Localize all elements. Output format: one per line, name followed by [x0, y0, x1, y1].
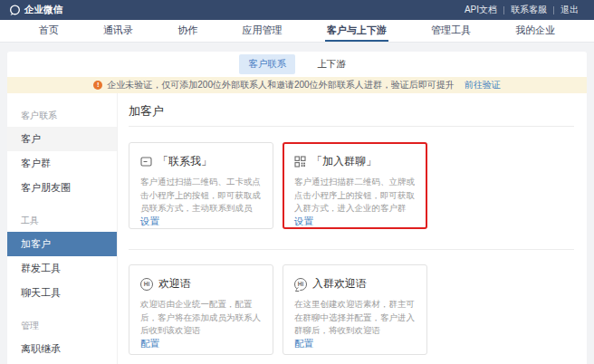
- card-description: 客户通过扫描群二维码、立牌或点击小程序上的按钮，即可获取入群方式，进入企业的客户…: [294, 176, 416, 216]
- sidebar-item-group-send-tools[interactable]: 群发工具: [7, 256, 117, 281]
- nav-item-contacts[interactable]: 通讯录: [101, 20, 135, 42]
- card-title: 入群欢迎语: [312, 276, 367, 292]
- warning-icon: !: [93, 81, 102, 90]
- sidebar-group-label-customer-contact: 客户联系: [7, 102, 117, 127]
- main-nav: 首页 通讯录 协作 应用管理 客户与上下游 管理工具 我的企业: [0, 20, 594, 43]
- card-contact-me: 「联系我」 客户通过扫描二维码、工卡或点击小程序上的按钮，即可获取成员联系方式，…: [129, 142, 273, 229]
- wework-logo-icon: [9, 5, 21, 16]
- contact-support-link[interactable]: 联系客服: [504, 4, 553, 16]
- card-join-group-chat: 「加入群聊」 客户通过扫描群二维码、立牌或点击小程序上的按钮，即可获取入群方式，…: [283, 142, 427, 229]
- sidebar-spacer: [7, 200, 117, 207]
- page-title: 加客户: [129, 93, 574, 127]
- contact-card-icon: [140, 156, 152, 168]
- tab-updownstream[interactable]: 上下游: [308, 54, 355, 74]
- verification-notice-text: 企业未验证，仅可添加200位外部联系人和邀请200位外部联系人进群，验证后即可提…: [107, 79, 454, 91]
- hi-bubble-icon: Hi: [294, 278, 307, 291]
- content-panel: 客户联系 上下游 ! 企业未验证，仅可添加200位外部联系人和邀请200位外部联…: [7, 52, 587, 364]
- nav-item-admin-tools[interactable]: 管理工具: [429, 20, 473, 42]
- card-welcome-message: Hi 欢迎语 欢迎语由企业统一配置，配置后，客户将在添加成员为联系人后收到该欢迎…: [129, 264, 273, 355]
- contact-me-settings-link[interactable]: 设置: [140, 216, 262, 228]
- cards-row-top: 「联系我」 客户通过扫描二维码、工卡或点击小程序上的按钮，即可获取成员联系方式，…: [129, 142, 574, 229]
- topbar: 企业微信 API文档 联系客服 退出: [0, 0, 594, 20]
- join-group-chat-settings-link[interactable]: 设置: [294, 216, 416, 228]
- section-divider: [129, 249, 574, 250]
- go-verify-link[interactable]: 前往验证: [465, 79, 501, 91]
- main-content: 加客户 「联系我」 客户通过扫描二维码、工卡或点击小程序上的按钮，即可获取成员联: [118, 93, 587, 364]
- welcome-message-configure-link[interactable]: 配置: [140, 338, 262, 350]
- card-title: 「联系我」: [158, 154, 212, 169]
- tab-bar: 客户联系 上下游: [7, 52, 587, 77]
- tab-customer-contact[interactable]: 客户联系: [239, 54, 295, 74]
- verification-notice-bar: ! 企业未验证，仅可添加200位外部联系人和邀请200位外部联系人进群，验证后即…: [7, 77, 587, 93]
- nav-item-customers-updownstream[interactable]: 客户与上下游: [325, 20, 388, 42]
- sidebar-item-customer-groups[interactable]: 客户群: [7, 151, 117, 176]
- card-description: 欢迎语由企业统一配置，配置后，客户将在添加成员为联系人后收到该欢迎语: [140, 298, 262, 338]
- sidebar-group-label-management: 管理: [7, 312, 117, 337]
- nav-item-home[interactable]: 首页: [37, 20, 61, 42]
- api-docs-link[interactable]: API文档: [458, 4, 503, 16]
- sidebar-item-customers[interactable]: 客户: [7, 127, 117, 151]
- card-description: 客户通过扫描二维码、工卡或点击小程序上的按钮，即可获取成员联系方式，主动联系到成…: [140, 176, 262, 216]
- nav-item-app-management[interactable]: 应用管理: [240, 20, 283, 42]
- sidebar-item-customer-moments[interactable]: 客户朋友圈: [7, 176, 117, 200]
- card-head: 「联系我」: [140, 154, 262, 169]
- card-group-welcome-message: Hi 入群欢迎语 在这里创建欢迎语素材，群主可在群聊中选择并配置，客户进入群聊后…: [283, 264, 427, 355]
- sidebar-group-label-tools: 工具: [7, 207, 117, 232]
- logout-link[interactable]: 退出: [554, 4, 585, 16]
- card-head: Hi 欢迎语: [140, 276, 262, 292]
- sidebar-item-resigned-inheritance[interactable]: 离职继承: [7, 337, 117, 361]
- card-head: Hi 入群欢迎语: [294, 276, 416, 292]
- sidebar-item-add-customer[interactable]: 加客户: [7, 232, 117, 256]
- group-welcome-message-configure-link[interactable]: 配置: [294, 338, 416, 350]
- panel-body: 客户联系 客户 客户群 客户朋友圈 工具 加客户 群发工具 聊天工具 管理 离职…: [7, 93, 587, 364]
- nav-item-my-enterprise[interactable]: 我的企业: [513, 20, 557, 42]
- page-background-strip: [0, 43, 594, 52]
- hi-circle-icon: Hi: [140, 278, 153, 291]
- card-description: 在这里创建欢迎语素材，群主可在群聊中选择并配置，客户进入群聊后，将收到欢迎语: [294, 298, 416, 338]
- qr-code-icon: [294, 156, 306, 168]
- card-title: 欢迎语: [158, 276, 191, 292]
- sidebar: 客户联系 客户 客户群 客户朋友圈 工具 加客户 群发工具 聊天工具 管理 离职…: [7, 93, 118, 364]
- sidebar-spacer: [7, 305, 117, 312]
- sidebar-item-chat-tools[interactable]: 聊天工具: [7, 281, 117, 305]
- topbar-links: API文档 联系客服 退出: [458, 4, 585, 16]
- cards-row-bottom: Hi 欢迎语 欢迎语由企业统一配置，配置后，客户将在添加成员为联系人后收到该欢迎…: [129, 264, 574, 355]
- app-logo-text: 企业微信: [24, 4, 62, 16]
- app-logo: 企业微信: [9, 4, 62, 16]
- card-head: 「加入群聊」: [294, 154, 416, 169]
- card-title: 「加入群聊」: [311, 154, 377, 169]
- nav-item-collaboration[interactable]: 协作: [176, 20, 199, 42]
